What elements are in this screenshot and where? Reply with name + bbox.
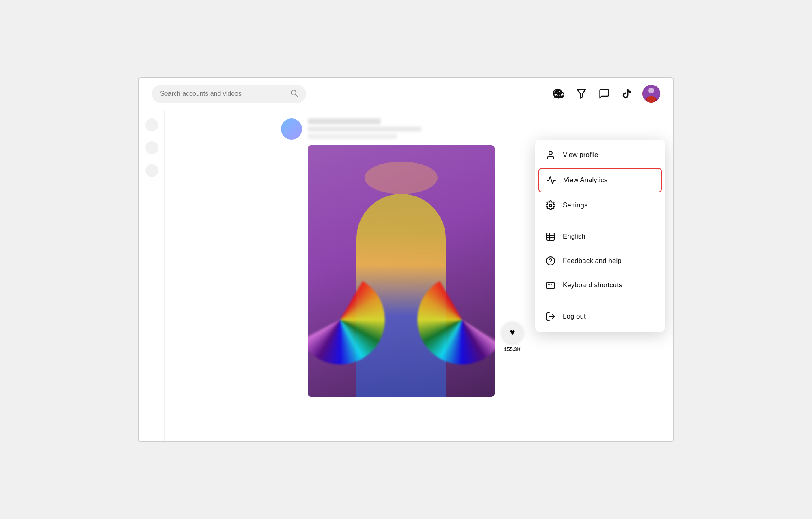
- upload-icon[interactable]: [551, 86, 566, 101]
- filter-icon[interactable]: [574, 86, 589, 101]
- logout-icon: [545, 311, 556, 322]
- post-username: [308, 118, 381, 124]
- sidebar-icon-home[interactable]: [145, 118, 158, 131]
- sidebar-icon-following[interactable]: [145, 164, 158, 177]
- dropdown-menu: View profile View Analytics: [535, 140, 665, 332]
- menu-section-2: A English Feedback and help: [535, 221, 665, 301]
- post-subtitle: [308, 127, 421, 131]
- post-card: ♥ 155.3K: [281, 118, 557, 398]
- svg-point-11: [549, 204, 552, 207]
- menu-section-1: View profile View Analytics: [535, 140, 665, 221]
- message-icon[interactable]: [597, 86, 611, 101]
- menu-item-settings[interactable]: Settings: [535, 193, 665, 218]
- menu-item-view-profile[interactable]: View profile: [535, 143, 665, 167]
- search-icon: [290, 89, 298, 99]
- post-desc: [308, 134, 397, 139]
- menu-label-english: English: [563, 233, 585, 241]
- menu-item-feedback[interactable]: Feedback and help: [535, 249, 665, 273]
- like-button[interactable]: ♥: [502, 322, 523, 343]
- main-content: ♥ 155.3K Vie: [139, 110, 673, 441]
- menu-section-3: Log out: [535, 301, 665, 332]
- menu-label-feedback: Feedback and help: [563, 257, 622, 265]
- help-icon: [545, 255, 556, 267]
- menu-item-english[interactable]: A English: [535, 224, 665, 249]
- header-icons: [551, 85, 660, 103]
- analytics-icon: [546, 174, 557, 186]
- sidebar-icon-explore[interactable]: [145, 141, 158, 154]
- svg-text:A: A: [549, 237, 551, 240]
- menu-item-keyboard-shortcuts[interactable]: Keyboard shortcuts: [535, 273, 665, 297]
- avatar-button[interactable]: [642, 85, 660, 103]
- svg-marker-5: [577, 90, 586, 98]
- post-avatar[interactable]: [281, 118, 302, 140]
- post-header: [281, 118, 557, 140]
- person-icon: [545, 149, 556, 161]
- menu-item-logout[interactable]: Log out: [535, 304, 665, 329]
- menu-label-settings: Settings: [563, 201, 587, 209]
- header: [139, 78, 673, 110]
- post-meta: [308, 118, 557, 139]
- search-bar[interactable]: [152, 85, 306, 103]
- tiktok-logo-icon[interactable]: [620, 86, 634, 101]
- svg-point-7: [648, 88, 654, 93]
- menu-label-view-analytics: View Analytics: [564, 176, 607, 184]
- svg-rect-16: [546, 283, 555, 288]
- keyboard-icon: [545, 280, 556, 291]
- svg-line-1: [296, 94, 298, 96]
- svg-point-10: [549, 151, 552, 155]
- like-count: 155.3K: [504, 346, 521, 352]
- menu-item-view-analytics[interactable]: View Analytics: [538, 168, 662, 192]
- menu-label-keyboard-shortcuts: Keyboard shortcuts: [563, 281, 622, 289]
- settings-icon: [545, 200, 556, 211]
- language-icon: A: [545, 231, 556, 242]
- menu-label-view-profile: View profile: [563, 151, 598, 159]
- menu-label-logout: Log out: [563, 312, 586, 321]
- post-image: [308, 145, 495, 397]
- app-frame: ♥ 155.3K Vie: [138, 77, 674, 442]
- sidebar: [139, 110, 165, 441]
- search-input[interactable]: [160, 90, 286, 97]
